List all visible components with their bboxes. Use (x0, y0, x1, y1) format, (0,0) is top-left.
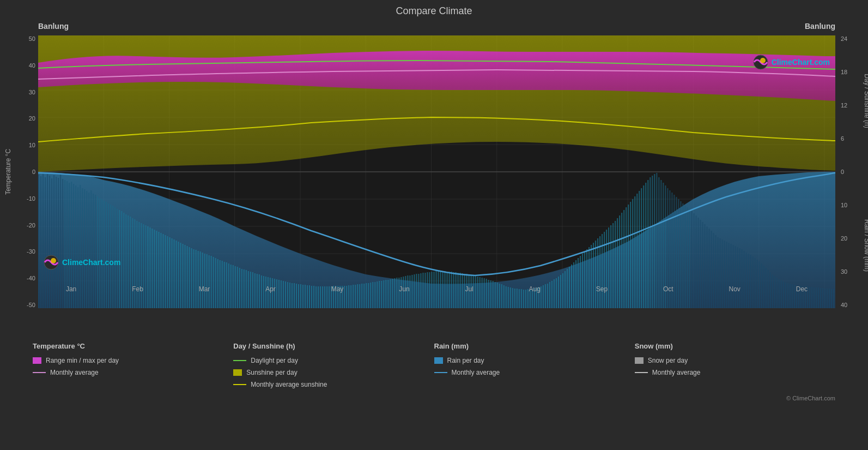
legend-swatch-rain (434, 357, 443, 364)
svg-rect-228 (482, 278, 483, 308)
svg-rect-73 (143, 224, 144, 308)
svg-rect-88 (176, 241, 177, 308)
svg-rect-326 (695, 215, 696, 308)
svg-rect-63 (121, 211, 122, 308)
svg-rect-134 (276, 279, 277, 308)
legend-swatch-snow (635, 357, 644, 364)
svg-rect-91 (183, 244, 184, 308)
svg-rect-95 (191, 248, 192, 308)
svg-rect-328 (700, 220, 701, 308)
svg-rect-190 (398, 278, 399, 308)
svg-rect-275 (584, 251, 585, 308)
legend-title-rain: Rain (mm) (434, 342, 635, 350)
svg-rect-351 (750, 255, 751, 308)
brand-logo-top: ClimeChart.com (753, 55, 830, 70)
legend-section-rain: Rain (mm) Rain per day Monthly average (434, 342, 635, 388)
svg-rect-76 (149, 227, 150, 308)
svg-rect-108 (220, 260, 221, 308)
svg-rect-329 (702, 222, 703, 308)
svg-rect-289 (615, 221, 616, 308)
svg-rect-85 (169, 237, 170, 308)
legend-label-rain-per-day: Rain per day (447, 357, 484, 364)
svg-rect-294 (626, 207, 627, 308)
svg-rect-345 (737, 247, 738, 308)
svg-rect-284 (604, 232, 605, 308)
svg-rect-293 (623, 210, 624, 308)
svg-rect-331 (707, 226, 708, 308)
svg-rect-186 (390, 279, 391, 308)
legend-label-rain-avg: Monthly average (452, 369, 500, 376)
legend-title-sunshine: Day / Sunshine (h) (233, 342, 434, 350)
svg-rect-87 (174, 239, 175, 308)
svg-rect-68 (132, 218, 133, 308)
svg-point-393 (760, 58, 766, 63)
legend-section-sunshine: Day / Sunshine (h) Daylight per day Suns… (233, 342, 434, 388)
legend-label-temp-range: Range min / max per day (46, 357, 119, 364)
svg-rect-352 (752, 256, 754, 308)
svg-rect-83 (165, 235, 166, 308)
svg-rect-231 (488, 280, 489, 308)
svg-rect-288 (612, 223, 614, 308)
svg-rect-232 (490, 280, 491, 308)
legend-item-snow-per-day: Snow per day (635, 357, 835, 364)
svg-rect-364 (779, 279, 780, 308)
svg-rect-105 (213, 257, 214, 308)
brand-icon-bottom (44, 255, 59, 270)
svg-rect-344 (735, 246, 736, 308)
svg-rect-106 (215, 258, 216, 308)
svg-rect-333 (711, 231, 712, 308)
brand-text-bottom: ClimeChart.com (62, 258, 120, 267)
svg-rect-133 (274, 279, 275, 308)
svg-rect-136 (281, 280, 282, 308)
svg-rect-109 (222, 261, 223, 308)
brand-logo-bottom: ClimeChart.com (44, 255, 120, 270)
svg-rect-339 (724, 241, 725, 308)
copyright: © ClimeChart.com (0, 395, 868, 406)
legend-item-sunshine-per-day: Sunshine per day (233, 369, 434, 376)
legend-item-temp-range: Range min / max per day (33, 357, 233, 364)
svg-rect-330 (705, 224, 706, 308)
svg-rect-74 (145, 225, 146, 308)
svg-rect-101 (204, 254, 205, 308)
svg-rect-187 (392, 279, 393, 308)
svg-rect-335 (715, 235, 717, 308)
svg-rect-280 (595, 241, 596, 308)
svg-rect-65 (125, 214, 126, 308)
svg-rect-131 (270, 278, 271, 308)
svg-rect-340 (726, 242, 727, 308)
svg-rect-287 (610, 225, 611, 308)
svg-rect-354 (757, 260, 758, 308)
svg-rect-96 (193, 249, 195, 308)
svg-rect-72 (141, 223, 142, 308)
legend-line-snow-avg (635, 372, 648, 373)
svg-rect-185 (387, 280, 389, 308)
svg-rect-132 (272, 278, 273, 308)
legend-item-rain-avg: Monthly average (434, 369, 635, 376)
legend-section-temperature: Temperature °C Range min / max per day M… (33, 342, 233, 388)
svg-rect-346 (739, 248, 740, 308)
location-label-left: Banlung (38, 22, 69, 31)
chart-container: Banlung Banlung Temperature °C Day / Sun… (38, 19, 835, 335)
svg-rect-332 (709, 229, 710, 308)
svg-rect-90 (180, 243, 181, 308)
svg-rect-353 (755, 258, 756, 308)
svg-rect-93 (187, 246, 188, 308)
svg-rect-325 (693, 213, 694, 308)
svg-rect-102 (207, 254, 208, 308)
svg-rect-184 (385, 280, 386, 308)
y-ticks-left: 50 40 30 20 10 0 -10 -20 -30 -40 -50 (14, 35, 35, 308)
svg-rect-70 (136, 221, 137, 308)
chart-svg (38, 35, 835, 308)
legend-swatch-sunshine (233, 369, 242, 376)
page-title: Compare Climate (0, 0, 868, 19)
legend-title-snow: Snow (mm) (635, 342, 835, 350)
svg-rect-64 (123, 213, 124, 308)
svg-rect-273 (580, 256, 581, 308)
svg-rect-336 (718, 237, 719, 308)
brand-icon-top (753, 55, 768, 70)
svg-rect-271 (575, 260, 576, 308)
svg-rect-262 (556, 278, 557, 308)
svg-rect-341 (729, 243, 730, 308)
svg-rect-343 (733, 245, 734, 308)
legend-label-snow-per-day: Snow per day (648, 357, 688, 364)
